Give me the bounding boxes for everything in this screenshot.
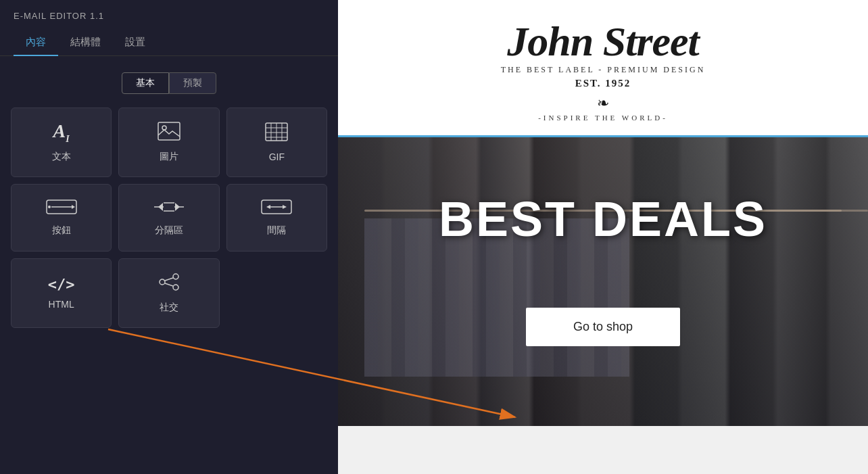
- svg-line-28: [165, 283, 173, 286]
- social-icon: [158, 272, 180, 295]
- logo-section: John Street THE BEST LABEL - PREMIUM DES…: [338, 0, 868, 135]
- logo-ornament-section: ❧ -INSPIRE THE WORLD-: [538, 92, 668, 122]
- button-label: 按鈕: [52, 224, 71, 237]
- app-title: E-MAIL EDITOR 1.1: [0, 0, 338, 29]
- text-label: 文本: [52, 151, 71, 163]
- toggle-row: 基本 預製: [0, 72, 338, 94]
- element-html[interactable]: </> HTML: [11, 258, 112, 328]
- svg-point-25: [160, 279, 165, 285]
- email-preview: John Street THE BEST LABEL - PREMIUM DES…: [338, 0, 868, 426]
- toggle-preset[interactable]: 預製: [169, 72, 216, 94]
- image-icon: [158, 122, 180, 144]
- elements-grid: AI 文本 圖片: [0, 108, 338, 328]
- svg-point-24: [173, 274, 178, 279]
- tabs-row: 內容 結構體 設置: [0, 29, 338, 56]
- svg-point-11: [48, 206, 51, 208]
- svg-marker-18: [158, 203, 163, 211]
- svg-point-26: [173, 285, 178, 290]
- svg-marker-22: [266, 205, 270, 209]
- svg-marker-19: [175, 203, 180, 211]
- element-button[interactable]: 按鈕: [11, 184, 112, 252]
- logo-inspire: -INSPIRE THE WORLD-: [538, 114, 668, 122]
- logo-ornament: ❧: [597, 95, 609, 112]
- spacer-label: 間隔: [267, 224, 286, 237]
- brand-logo: John Street: [507, 20, 699, 62]
- right-panel: John Street THE BEST LABEL - PREMIUM DES…: [338, 0, 868, 474]
- element-text[interactable]: AI 文本: [11, 108, 112, 177]
- divider-icon: [153, 199, 185, 218]
- element-social[interactable]: 社交: [118, 258, 219, 328]
- tab-structure[interactable]: 結構體: [58, 29, 113, 55]
- element-divider[interactable]: 分隔區: [118, 184, 219, 252]
- tab-settings[interactable]: 設置: [113, 29, 158, 55]
- image-label: 圖片: [160, 151, 178, 163]
- gif-icon: [265, 122, 288, 145]
- element-image[interactable]: 圖片: [118, 108, 219, 177]
- social-label: 社交: [160, 302, 178, 314]
- svg-rect-0: [158, 122, 180, 140]
- gif-label: GIF: [269, 151, 285, 162]
- svg-marker-12: [72, 205, 75, 209]
- svg-marker-23: [283, 205, 287, 209]
- best-deals-headline: BEST DEALS: [439, 191, 767, 247]
- hero-content: BEST DEALS Go to shop: [338, 137, 868, 426]
- button-icon: [46, 199, 77, 218]
- html-label: HTML: [49, 299, 74, 310]
- hero-section: BEST DEALS Go to shop: [338, 135, 868, 426]
- tab-content[interactable]: 內容: [14, 29, 58, 55]
- spacer-icon: [261, 199, 292, 218]
- logo-est: EST. 1952: [575, 78, 631, 89]
- text-icon: AI: [53, 122, 70, 144]
- toggle-basic[interactable]: 基本: [122, 72, 169, 94]
- logo-subtitle: THE BEST LABEL - PREMIUM DESIGN: [501, 65, 706, 75]
- left-panel: E-MAIL EDITOR 1.1 內容 結構體 設置 基本 預製 AI 文本 …: [0, 0, 338, 474]
- divider-label: 分隔區: [155, 224, 183, 237]
- html-icon: </>: [48, 277, 75, 292]
- svg-line-27: [165, 278, 173, 281]
- element-spacer[interactable]: 間隔: [226, 184, 327, 252]
- go-to-shop-button[interactable]: Go to shop: [526, 308, 680, 346]
- element-gif[interactable]: GIF: [226, 108, 327, 177]
